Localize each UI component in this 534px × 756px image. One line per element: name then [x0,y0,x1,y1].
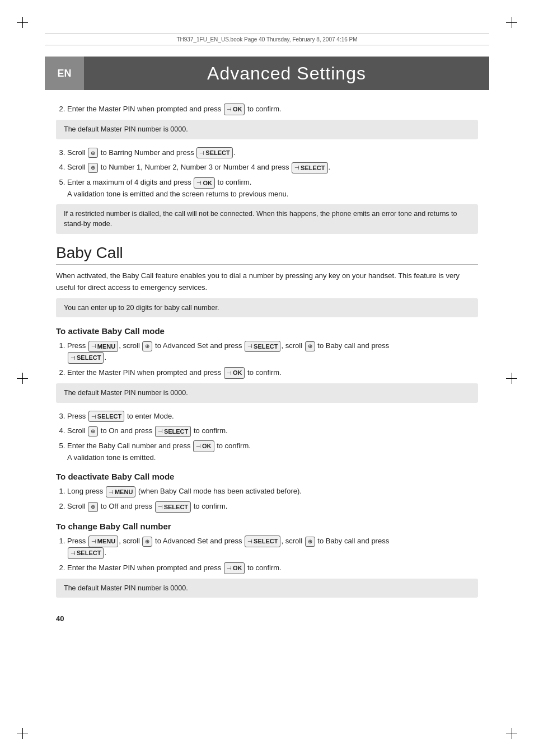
page-number: 40 [56,614,478,623]
scroll-icon-5: ⊕ [88,426,98,436]
select-button-icon-6: ⊣SELECT [155,426,191,438]
select-button-icon-2: ⊣SELECT [292,162,327,174]
ok-button-icon-2: ⊣OK [194,177,215,189]
change-title: To change Baby Call number [56,522,478,531]
ok-button-icon: ⊣OK [224,104,245,115]
deactivate-step-1: Long press ⊣MENU (when Baby Call mode ha… [67,486,478,497]
activate-steps: Press ⊣MENU, scroll ⊕ to Advanced Set an… [67,340,478,378]
menu-button-icon-1: ⊣MENU [88,341,118,353]
note-default-pin-3: The default Master PIN number is 0000. [56,579,478,598]
menu-button-icon-2: ⊣MENU [106,486,135,498]
select-button-icon-9: ⊣SELECT [68,547,104,559]
scroll-icon-2: ⊕ [88,163,98,173]
crosshair-bottom-right [506,728,517,739]
activate-step-4: Scroll ⊕ to On and press ⊣SELECT to conf… [67,425,478,437]
select-button-icon-1: ⊣SELECT [196,147,232,159]
barring-steps-cont: Scroll ⊕ to Barring Number and press ⊣SE… [67,147,478,200]
baby-call-desc: When activated, the Baby Call feature en… [56,270,478,294]
main-content: Enter the Master PIN when prompted and p… [45,104,489,623]
deactivate-steps: Long press ⊣MENU (when Baby Call mode ha… [67,486,478,513]
ok-button-icon-5: ⊣OK [224,562,245,574]
change-step-1: Press ⊣MENU, scroll ⊕ to Advanced Set an… [67,536,478,559]
file-info: TH937_1FU_EN_US.book Page 40 Thursday, F… [45,34,489,45]
deactivate-title: To deactivate Baby Call mode [56,472,478,481]
crosshair-mid-left [17,373,28,384]
note-default-pin-1: The default Master PIN number is 0000. [56,120,478,139]
scroll-icon-6: ⊕ [88,502,98,512]
change-step-2: Enter the Master PIN when prompted and p… [67,562,478,574]
select-button-icon-4: ⊣SELECT [68,352,104,364]
crosshair-top-left [17,17,28,28]
note-barring: If a restricted number is dialled, the c… [56,204,478,234]
barring-step-2: Enter the Master PIN when prompted and p… [67,104,478,115]
baby-call-title: Baby Call [56,244,478,265]
scroll-icon-1: ⊕ [88,148,98,158]
scroll-icon-7: ⊕ [142,537,152,547]
select-button-icon-7: ⊣SELECT [155,501,191,513]
scroll-icon-3: ⊕ [142,341,152,351]
banner-title: Advanced Settings [84,63,489,84]
select-button-icon-5: ⊣SELECT [88,411,124,422]
activate-step-2: Enter the Master PIN when prompted and p… [67,367,478,379]
scroll-icon-8: ⊕ [305,537,315,547]
crosshair-bottom-left [17,728,28,739]
ok-button-icon-4: ⊣OK [193,440,214,452]
ok-button-icon-3: ⊣OK [224,367,245,379]
barring-step-4: Scroll ⊕ to Number 1, Number 2, Number 3… [67,162,478,173]
page-wrapper: TH937_1FU_EN_US.book Page 40 Thursday, F… [0,0,534,756]
crosshair-top-right [506,17,517,28]
header-banner: EN Advanced Settings [45,57,489,90]
barring-step-3: Scroll ⊕ to Barring Number and press ⊣SE… [67,147,478,159]
note-default-pin-2: The default Master PIN number is 0000. [56,383,478,403]
menu-button-icon-3: ⊣MENU [88,536,118,547]
scroll-icon-4: ⊕ [305,341,315,351]
select-button-icon-3: ⊣SELECT [245,341,280,353]
activate-step-1: Press ⊣MENU, scroll ⊕ to Advanced Set an… [67,340,478,364]
lang-code: EN [45,57,84,90]
crosshair-mid-right [506,373,517,384]
change-steps: Press ⊣MENU, scroll ⊕ to Advanced Set an… [67,536,478,574]
select-button-icon-8: ⊣SELECT [245,536,280,547]
barring-steps: Enter the Master PIN when prompted and p… [67,104,478,115]
activate-step-3: Press ⊣SELECT to enter Mode. [67,411,478,422]
note-baby-call-digits: You can enter up to 20 digits for baby c… [56,298,478,318]
activate-title: To activate Baby Call mode [56,326,478,336]
activate-step-5: Enter the Baby Call number and press ⊣OK… [67,440,478,463]
activate-steps-cont: Press ⊣SELECT to enter Mode. Scroll ⊕ to… [67,411,478,463]
barring-step-5: Enter a maximum of 4 digits and press ⊣O… [67,177,478,199]
deactivate-step-2: Scroll ⊕ to Off and press ⊣SELECT to con… [67,501,478,513]
